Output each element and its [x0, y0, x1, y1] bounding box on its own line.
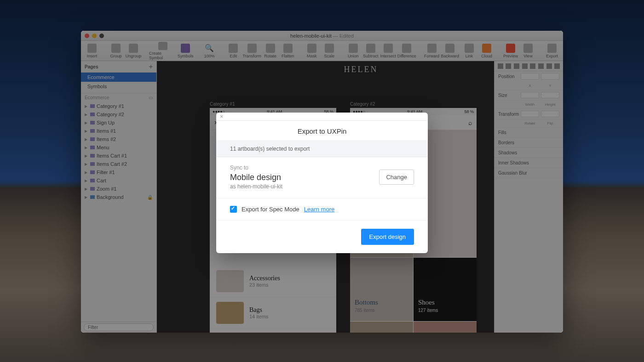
- gaussian-blur-section[interactable]: Gaussian Blur: [494, 168, 563, 178]
- x-field[interactable]: [521, 73, 539, 79]
- layer-item[interactable]: ▶Category #1: [81, 102, 156, 110]
- scale-button[interactable]: Scale: [321, 42, 338, 60]
- edit-button[interactable]: Edit: [225, 42, 242, 60]
- category-tile[interactable]: [414, 322, 477, 333]
- lock-icon: 🔒: [147, 195, 153, 200]
- flip-field[interactable]: [541, 111, 559, 117]
- product-thumb: [216, 302, 244, 324]
- page-item-symbols[interactable]: Symbols: [81, 82, 156, 91]
- product-row[interactable]: Accessories 23 items: [210, 266, 336, 297]
- page-item-ecommerce[interactable]: Ecommerce: [81, 73, 156, 82]
- project-name: Mobile design: [230, 173, 282, 182]
- layer-item[interactable]: ▶Menu: [81, 143, 156, 152]
- export-button[interactable]: Export: [544, 42, 560, 60]
- borders-section[interactable]: Borders: [494, 138, 563, 148]
- shadows-section[interactable]: Shadows: [494, 148, 563, 158]
- width-field[interactable]: [521, 92, 539, 98]
- main-toolbar: Insert Group Ungroup Create Symbol Symbo…: [81, 41, 563, 61]
- sync-section: Sync to Mobile design as helen-mobile-ui…: [216, 157, 428, 198]
- export-design-button[interactable]: Export design: [361, 229, 414, 245]
- backward-button[interactable]: Backward: [441, 42, 459, 60]
- category-tile[interactable]: Shoes 127 items: [414, 258, 477, 321]
- artboard-icon: [90, 104, 95, 108]
- product-thumb: [216, 270, 244, 292]
- close-window-icon[interactable]: [85, 34, 89, 38]
- chevron-right-icon: ▶: [85, 170, 88, 175]
- category-tile[interactable]: Bottoms 785 items: [350, 258, 413, 321]
- union-button[interactable]: Union: [345, 42, 362, 60]
- rotate-button[interactable]: Rotate: [262, 42, 279, 60]
- brand-logo: HELEN: [344, 65, 378, 74]
- artboard-icon: [90, 162, 95, 166]
- filter-input[interactable]: [84, 323, 154, 331]
- pages-header: Pages +: [81, 61, 156, 73]
- layer-item[interactable]: ▶Category #2: [81, 110, 156, 119]
- zoom-window-icon[interactable]: [99, 34, 104, 38]
- mask-button[interactable]: Mask: [304, 42, 320, 60]
- layer-item[interactable]: ▶Filter #1: [81, 168, 156, 176]
- sync-to-label: Sync to: [230, 164, 282, 171]
- layer-item[interactable]: ▶Items Cart #2: [81, 160, 156, 168]
- layers-section-header: Ecommerce ▭: [81, 93, 156, 102]
- dialog-subtitle: 11 artboard(s) selected to export: [216, 141, 428, 157]
- category-tile[interactable]: [350, 322, 413, 333]
- left-panel: Pages + Ecommerce Symbols Ecommerce ▭ ▶C…: [81, 61, 157, 333]
- chevron-right-icon: ▶: [85, 162, 88, 166]
- group-button[interactable]: Group: [108, 42, 124, 60]
- layer-item[interactable]: ▶Items Cart #1: [81, 152, 156, 160]
- difference-button[interactable]: Difference: [397, 42, 416, 60]
- ungroup-button[interactable]: Ungroup: [125, 42, 142, 60]
- zoom-control[interactable]: 🔍100%: [201, 42, 218, 60]
- inspector-panel: Position XY Size WidthHeight Transform R…: [494, 61, 563, 333]
- minimize-window-icon[interactable]: [92, 34, 97, 38]
- artboard-icon: [90, 121, 95, 124]
- preview-button[interactable]: Preview: [502, 42, 519, 60]
- chevron-right-icon: ▶: [85, 179, 88, 183]
- dialog-title: Export to UXPin: [216, 121, 428, 141]
- product-row[interactable]: Bags 14 items: [210, 297, 336, 329]
- chevron-right-icon: ▶: [85, 154, 88, 158]
- layer-item[interactable]: ▶Background🔒: [81, 193, 156, 201]
- doc-name: helen-mobile-ui-kit: [290, 33, 332, 39]
- artboard-icon: [90, 195, 95, 199]
- artboard-label: Category #1: [210, 102, 235, 107]
- layer-item[interactable]: ▶Items #1: [81, 127, 156, 135]
- flatten-button[interactable]: Flatten: [280, 42, 296, 60]
- layer-item[interactable]: ▶Cart: [81, 176, 156, 185]
- window-controls: [85, 34, 104, 38]
- link-button[interactable]: Link: [461, 42, 477, 60]
- artboard-icon: [90, 113, 95, 116]
- symbols-button[interactable]: Symbols: [177, 42, 194, 60]
- intersect-button[interactable]: Intersect: [380, 42, 397, 60]
- cloud-button[interactable]: Cloud: [478, 42, 495, 60]
- height-field[interactable]: [541, 92, 559, 98]
- inner-shadows-section[interactable]: Inner Shadows: [494, 158, 563, 168]
- dialog-footer: Export design: [216, 221, 428, 253]
- insert-button[interactable]: Insert: [84, 42, 100, 60]
- artboard-icon: [90, 179, 95, 182]
- layers-options-icon[interactable]: ▭: [149, 95, 153, 100]
- spec-mode-checkbox[interactable]: [230, 206, 237, 213]
- layer-item[interactable]: ▶Sign Up: [81, 119, 156, 127]
- search-icon[interactable]: ⌕: [468, 119, 472, 126]
- learn-more-link[interactable]: Learn more: [304, 206, 334, 213]
- alignment-controls[interactable]: [494, 61, 563, 71]
- y-field[interactable]: [541, 73, 559, 79]
- add-page-icon[interactable]: +: [149, 63, 153, 70]
- layer-filter: [81, 322, 156, 333]
- layer-item[interactable]: ▶Zoom #1: [81, 185, 156, 193]
- view-button[interactable]: View: [520, 42, 536, 60]
- dialog-close-icon[interactable]: ×: [220, 113, 223, 120]
- artboard-icon: [90, 170, 95, 174]
- create-symbol-button[interactable]: Create Symbol: [149, 42, 176, 60]
- fills-section[interactable]: Fills: [494, 128, 563, 138]
- chevron-right-icon: ▶: [85, 121, 88, 125]
- transform-button[interactable]: Transform: [242, 42, 261, 60]
- layer-item[interactable]: ▶Items #2: [81, 135, 156, 143]
- artboard-icon: [90, 129, 95, 133]
- rotate-field[interactable]: [521, 111, 539, 117]
- forward-button[interactable]: Forward: [424, 42, 440, 60]
- subtract-button[interactable]: Subtract: [362, 42, 379, 60]
- chevron-right-icon: ▶: [85, 187, 88, 191]
- change-button[interactable]: Change: [379, 170, 414, 185]
